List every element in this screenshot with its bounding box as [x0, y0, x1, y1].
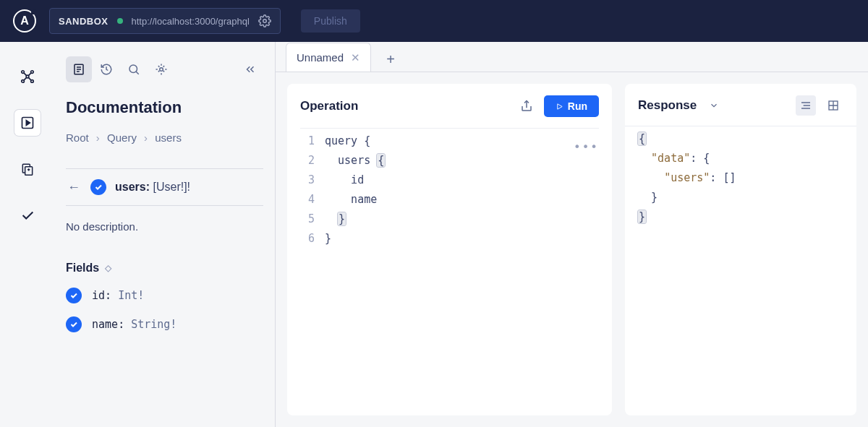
endpoint-url: http://localhost:3000/graphql [132, 16, 250, 27]
type-signature: users: [User!]! [115, 181, 190, 194]
field-row[interactable]: name: String! [66, 316, 263, 332]
response-panel: Response { "data": { "users": [] }} [625, 84, 856, 415]
tab-label: Unnamed [297, 51, 344, 64]
schema-graph-icon[interactable] [14, 64, 41, 90]
checks-icon[interactable] [14, 202, 41, 228]
field-selected-check-icon[interactable] [66, 288, 82, 303]
sandbox-label: SANDBOX [59, 16, 109, 27]
close-tab-icon[interactable]: ✕ [351, 51, 360, 64]
svg-point-2 [30, 71, 33, 74]
tab-bar: Unnamed ✕ + [276, 42, 868, 72]
search-icon[interactable] [121, 56, 147, 82]
chevron-down-icon[interactable] [704, 95, 724, 116]
status-dot-icon [117, 18, 123, 24]
response-title: Response [638, 98, 697, 113]
chevron-right-icon: › [144, 131, 148, 144]
explorer-icon[interactable] [14, 110, 41, 136]
svg-point-10 [129, 65, 137, 73]
format-icon[interactable] [796, 95, 816, 116]
chevron-right-icon: › [96, 131, 100, 144]
diff-icon[interactable] [14, 156, 41, 182]
response-body[interactable]: { "data": { "users": [] }} [625, 126, 856, 230]
top-bar: A SANDBOX http://localhost:3000/graphql … [0, 0, 868, 42]
documentation-panel: Documentation Root › Query › users ← use… [54, 42, 275, 427]
crumb-query[interactable]: Query [107, 131, 137, 144]
operation-title: Operation [300, 99, 509, 113]
apollo-logo: A [13, 9, 36, 33]
svg-point-0 [263, 20, 267, 23]
crumb-users[interactable]: users [155, 131, 182, 144]
collapse-panel-icon[interactable] [237, 56, 263, 82]
field-selected-check-icon[interactable] [90, 179, 106, 195]
share-icon[interactable] [516, 96, 537, 116]
field-selected-check-icon[interactable] [66, 316, 82, 332]
svg-point-1 [21, 71, 24, 74]
settings-gear-icon[interactable] [258, 14, 271, 27]
history-icon[interactable] [93, 56, 119, 82]
fields-heading: Fields ◇ [66, 262, 263, 275]
sort-icon[interactable]: ◇ [105, 263, 111, 273]
publish-button[interactable]: Publish [301, 9, 360, 33]
table-view-icon[interactable] [823, 95, 843, 116]
operation-panel: Operation Run 123456 ••• query { users {… [287, 84, 612, 415]
description-text: No description. [66, 220, 263, 233]
new-tab-button[interactable]: + [378, 47, 403, 72]
sandbox-url-chip[interactable]: SANDBOX http://localhost:3000/graphql [49, 8, 281, 34]
svg-point-11 [160, 68, 163, 72]
breadcrumb[interactable]: Root › Query › users [66, 131, 263, 144]
operation-editor[interactable]: 123456 ••• query { users { id name }} [300, 128, 599, 251]
left-rail [0, 42, 54, 427]
back-arrow-icon[interactable]: ← [66, 180, 82, 195]
more-options-icon[interactable]: ••• [574, 137, 599, 157]
field-row[interactable]: id: Int! [66, 288, 263, 303]
crumb-root[interactable]: Root [66, 131, 89, 144]
doc-view-icon[interactable] [66, 56, 92, 82]
svg-point-3 [21, 80, 24, 83]
panel-settings-gear-icon[interactable] [148, 56, 174, 82]
run-button[interactable]: Run [544, 95, 599, 117]
svg-point-4 [30, 80, 33, 83]
operation-tab[interactable]: Unnamed ✕ [286, 43, 371, 72]
svg-point-5 [26, 75, 29, 78]
main-area: Unnamed ✕ + Operation Run 123456 [275, 42, 868, 427]
documentation-title: Documentation [66, 98, 263, 117]
